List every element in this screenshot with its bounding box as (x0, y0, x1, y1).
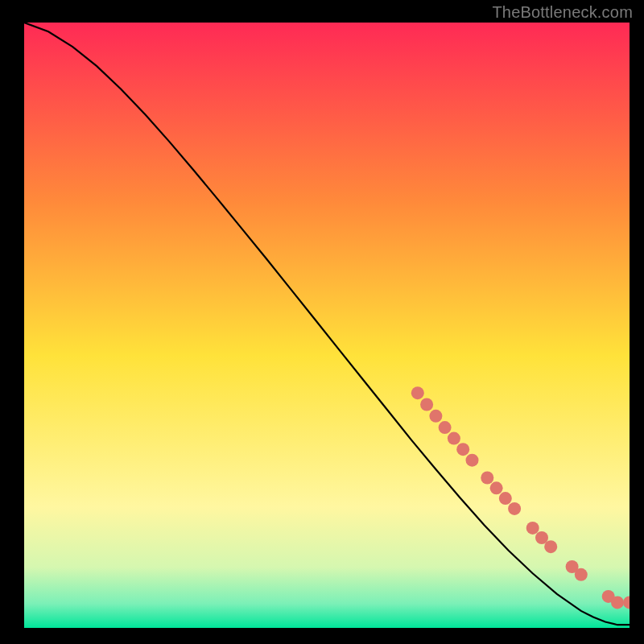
watermark-text: TheBottleneck.com (492, 3, 633, 22)
data-marker (411, 386, 424, 399)
data-marker (508, 502, 521, 515)
data-marker (439, 421, 452, 434)
chart-svg (0, 0, 644, 644)
data-marker (575, 568, 588, 581)
chart-stage: TheBottleneck.com (0, 0, 644, 644)
data-marker (526, 522, 539, 535)
data-marker (490, 481, 503, 494)
data-marker (456, 443, 469, 456)
data-marker (481, 472, 493, 485)
data-marker (420, 398, 433, 411)
data-marker (499, 492, 512, 505)
data-marker (448, 432, 460, 445)
data-marker (466, 454, 479, 467)
data-marker (429, 410, 442, 423)
data-marker (611, 596, 624, 609)
data-marker (544, 540, 557, 553)
data-marker (623, 596, 636, 609)
